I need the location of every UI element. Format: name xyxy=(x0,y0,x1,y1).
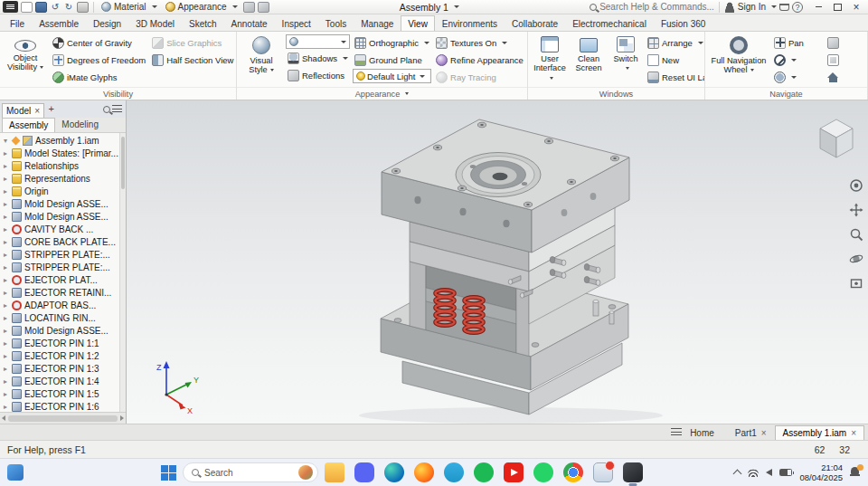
tray-chevron-icon[interactable] xyxy=(733,470,742,479)
mail-icon[interactable] xyxy=(593,462,613,482)
tree-item[interactable]: ▸ CORE BACK PLATE... xyxy=(2,235,118,248)
tree-item[interactable]: ▸ EJECTOR PIN 1:2 xyxy=(2,349,118,362)
mold-assembly-3d-model[interactable] xyxy=(127,100,868,424)
tree-item[interactable]: ▸ STRIPPER PLATE:... xyxy=(2,261,118,273)
scrollbar-thumb[interactable] xyxy=(121,137,125,189)
discord-icon[interactable] xyxy=(354,462,374,482)
ribbon-tab[interactable]: Fusion 360 xyxy=(654,15,712,31)
degrees-of-freedom-button[interactable]: Degrees of Freedom xyxy=(51,52,147,68)
scroll-right-icon[interactable] xyxy=(120,415,124,421)
tree-expander[interactable]: ▸ xyxy=(2,200,9,208)
tree-expander[interactable]: ▾ xyxy=(2,137,9,145)
tree-expander[interactable]: ▸ xyxy=(2,225,9,233)
start-button[interactable] xyxy=(161,465,176,481)
tree-item[interactable]: ▸ EJECTOR PIN 1:6 xyxy=(2,400,118,412)
tree-horizontal-scrollbar[interactable] xyxy=(0,412,126,424)
tree-item[interactable]: ▸ LOCATING RIN... xyxy=(2,311,118,324)
tree-item[interactable]: ▸ CAVITY BACK ... xyxy=(2,223,118,235)
document-tab[interactable]: Part1 × xyxy=(727,425,775,440)
adjust-icon[interactable] xyxy=(243,2,255,13)
ribbon-tab[interactable]: Inspect xyxy=(275,15,318,31)
ribbon-tab[interactable]: Design xyxy=(86,15,128,31)
tree-item[interactable]: ▸ EJECTOR PIN 1:1 xyxy=(2,337,118,349)
zoom-icon[interactable] xyxy=(849,227,863,242)
ribbon-tab[interactable]: Electromechanical xyxy=(565,15,654,31)
taskbar-clock[interactable]: 21:04 08/04/2025 xyxy=(799,462,843,483)
whatsapp-icon[interactable] xyxy=(533,462,553,482)
taskbar-search[interactable]: Search xyxy=(183,462,318,482)
material-combo[interactable]: Material xyxy=(99,1,160,14)
undo-icon[interactable]: ↺ xyxy=(50,2,61,13)
tree-item[interactable]: ▸ STRIPPER PLATE:... xyxy=(2,248,118,261)
close-button[interactable] xyxy=(847,1,865,14)
orbit-button[interactable] xyxy=(772,69,810,85)
ribbon-tab[interactable]: Tools xyxy=(318,15,354,31)
home-view-button[interactable] xyxy=(826,69,849,85)
tree-expander[interactable]: ▸ xyxy=(2,403,9,411)
tree-expander[interactable]: ▸ xyxy=(2,339,9,348)
ribbon-tab[interactable]: File xyxy=(3,15,32,31)
arrange-button[interactable]: Arrange xyxy=(646,34,705,51)
browser-tab-model[interactable]: Model xyxy=(2,103,44,118)
ribbon-tab[interactable]: View xyxy=(401,15,435,31)
full-navigation-wheel-button[interactable]: Full Navigation Wheel xyxy=(708,33,769,85)
firefox-icon[interactable] xyxy=(414,462,434,482)
textures-on-button[interactable]: Textures On xyxy=(434,34,525,51)
scrollbar-thumb[interactable] xyxy=(8,415,118,422)
tree-expander[interactable]: ▸ xyxy=(2,377,9,386)
app-store-icon[interactable] xyxy=(779,4,789,11)
user-interface-button[interactable]: User Interface xyxy=(531,33,569,85)
zoom-button[interactable] xyxy=(772,52,810,68)
inventor-icon[interactable] xyxy=(623,462,643,482)
chrome-icon[interactable] xyxy=(563,462,583,482)
tree-expander[interactable]: ▸ xyxy=(2,149,9,157)
zoom-all-button[interactable] xyxy=(826,34,849,51)
appearance-combo[interactable]: Appearance xyxy=(163,1,241,14)
imate-glyphs-button[interactable]: iMate Glyphs xyxy=(51,69,147,85)
tree-item[interactable]: ▸ Model States: [Primar... xyxy=(2,147,118,159)
visual-style-button[interactable]: Visual Style xyxy=(240,33,283,85)
graphics-viewport[interactable]: Z Y X xyxy=(127,100,868,424)
redo-icon[interactable]: ↻ xyxy=(63,2,74,13)
navigation-wheel-icon[interactable] xyxy=(849,178,863,193)
minimize-button[interactable] xyxy=(809,1,827,14)
look-at-icon[interactable] xyxy=(849,276,863,291)
notification-bell-icon[interactable] xyxy=(850,467,861,478)
object-visibility-button[interactable]: Object Visibility xyxy=(3,33,48,85)
tree-item[interactable]: ▸ Mold Design ASSE... xyxy=(2,324,118,337)
browser-tab-close-icon[interactable] xyxy=(34,106,40,116)
tree-expander[interactable]: ▸ xyxy=(2,263,9,272)
document-tab-close-icon[interactable]: × xyxy=(851,428,856,438)
sign-in-button[interactable]: Sign In xyxy=(738,2,766,12)
navigate-group-label[interactable]: Navigate xyxy=(705,87,867,100)
document-title-caret-icon[interactable] xyxy=(454,5,459,8)
print-icon[interactable] xyxy=(77,2,89,13)
new-file-icon[interactable] xyxy=(21,2,33,13)
document-tab[interactable]: Assembly 1.iam × xyxy=(775,425,864,440)
spotify-icon[interactable] xyxy=(474,462,494,482)
reset-ui-layout-button[interactable]: Reset UI Layout xyxy=(646,69,705,85)
pan-icon[interactable] xyxy=(849,203,863,217)
tree-expander[interactable]: ▸ xyxy=(2,238,9,246)
visibility-group-label[interactable]: Visibility xyxy=(0,87,236,100)
refine-appearance-button[interactable]: Refine Appearance xyxy=(434,52,525,68)
tree-expander[interactable]: ▸ xyxy=(2,365,9,373)
maximize-button[interactable] xyxy=(828,1,846,14)
tree-item[interactable]: ▸ EJECTOR PLAT... xyxy=(2,273,118,286)
center-of-gravity-button[interactable]: Center of Gravity xyxy=(51,34,147,51)
tree-expander[interactable]: ▸ xyxy=(2,251,9,259)
tree-item[interactable]: ▸ ADAPTOR BAS... xyxy=(2,299,118,311)
telegram-icon[interactable] xyxy=(444,462,464,482)
youtube-icon[interactable] xyxy=(504,462,524,482)
subtab-assembly[interactable]: Assembly xyxy=(2,118,55,132)
shadows-button[interactable]: Shadows xyxy=(286,50,350,66)
tree-expander[interactable]: ▸ xyxy=(2,314,9,322)
orthographic-button[interactable]: Orthographic xyxy=(353,34,431,51)
tree-item[interactable]: ▸ EJECTOR PIN 1:4 xyxy=(2,375,118,387)
tree-item[interactable]: ▸ EJECTOR PIN 1:5 xyxy=(2,387,118,400)
ribbon-tab[interactable]: Environments xyxy=(435,15,505,31)
file-explorer-icon[interactable] xyxy=(325,462,344,482)
lighting-style-combo[interactable]: Default Light xyxy=(353,69,431,83)
ribbon-tab[interactable]: Manage xyxy=(354,15,401,31)
tree-expander[interactable]: ▸ xyxy=(2,187,9,195)
